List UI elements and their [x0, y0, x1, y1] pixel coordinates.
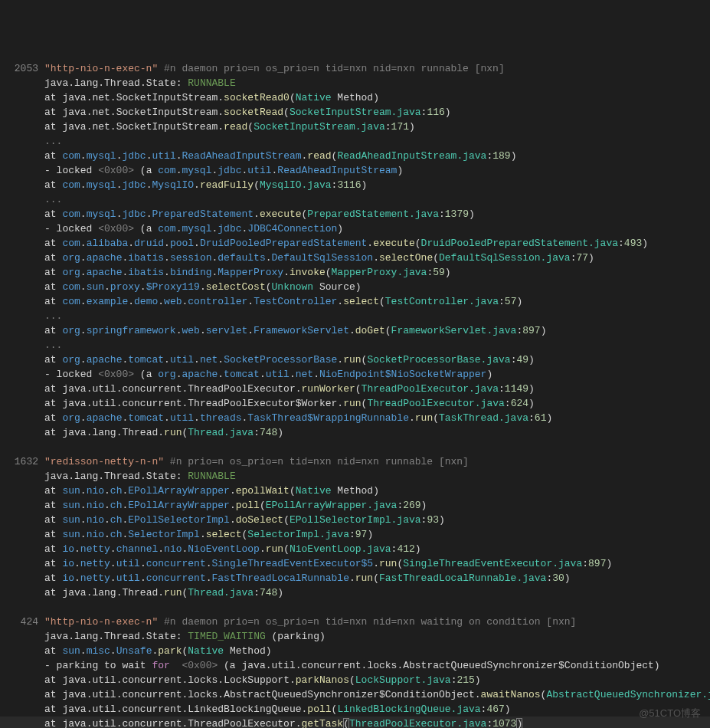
stack-parking: - parking to wait for <0x00> (a java.uti…	[0, 658, 710, 673]
stack-frame: at com.mysql.jdbc.PreparedStatement.exec…	[0, 207, 710, 221]
stack-frame: at com.example.demo.web.controller.TestC…	[0, 294, 710, 309]
stack-frame: at java.util.concurrent.ThreadPoolExecut…	[0, 717, 710, 728]
stack-frame: at org.apache.tomcat.util.threads.TaskTh…	[0, 411, 710, 425]
watermark-label: @51CTO博客	[639, 706, 701, 720]
blank-line	[0, 440, 710, 454]
stack-ellipsis: ...	[0, 134, 710, 149]
stack-locked: - locked <0x00> (a com.mysql.jdbc.util.R…	[0, 163, 710, 178]
thread-header: 424"http-nio-n-exec-n" #n daemon prio=n …	[0, 615, 710, 629]
thread-state: RUNNABLE	[188, 471, 235, 482]
stack-frame: at java.util.concurrent.ThreadPoolExecut…	[0, 382, 710, 396]
stack-frame: at com.mysql.jdbc.MysqlIO.readFully(Mysq…	[0, 178, 710, 192]
thread-state: TIMED_WAITING	[188, 631, 265, 642]
thread-name: "redisson-netty-n-n"	[44, 456, 164, 467]
stack-frame: at sun.nio.ch.EPollSelectorImpl.doSelect…	[0, 513, 710, 527]
stack-frame: at java.util.concurrent.locks.LockSuppor…	[0, 673, 710, 687]
stack-frame: at io.netty.channel.nio.NioEventLoop.run…	[0, 542, 710, 556]
thread-name: "http-nio-n-exec-n"	[44, 63, 158, 74]
stack-frame: at java.net.SocketInputStream.read(Socke…	[0, 120, 710, 134]
thread-count: 1632	[6, 454, 38, 469]
stack-frame: at java.lang.Thread.run(Thread.java:748)	[0, 425, 710, 440]
stack-frame: at io.netty.util.concurrent.FastThreadLo…	[0, 571, 710, 585]
thread-count: 2053	[6, 61, 38, 76]
stack-frame: at sun.nio.ch.SelectorImpl.select(Select…	[0, 527, 710, 542]
thread-state-line: java.lang.Thread.State: RUNNABLE	[0, 469, 710, 484]
stack-frame: at com.alibaba.druid.pool.DruidPooledPre…	[0, 236, 710, 251]
stack-frame: at java.net.SocketInputStream.socketRead…	[0, 90, 710, 105]
stack-frame: at com.sun.proxy.$Proxy119.selectCost(Un…	[0, 280, 710, 294]
stack-locked: - locked <0x00> (a com.mysql.jdbc.JDBC4C…	[0, 221, 710, 236]
stack-frame: at java.util.concurrent.ThreadPoolExecut…	[0, 396, 710, 411]
stack-frame: at sun.nio.ch.EPollArrayWrapper.poll(EPo…	[0, 498, 710, 513]
stack-ellipsis: ...	[0, 192, 710, 207]
thread-meta: #n prio=n os_prio=n tid=nxn nid=nxn runn…	[170, 456, 469, 467]
stack-frame: at org.apache.tomcat.util.net.SocketProc…	[0, 353, 710, 367]
thread-header: 2053"http-nio-n-exec-n" #n daemon prio=n…	[0, 61, 710, 76]
stack-frame: at java.util.concurrent.locks.AbstractQu…	[0, 687, 710, 702]
thread-state-line: java.lang.Thread.State: RUNNABLE	[0, 76, 710, 90]
stack-frame: at org.apache.ibatis.binding.MapperProxy…	[0, 265, 710, 280]
stack-frame: at java.lang.Thread.run(Thread.java:748)	[0, 585, 710, 600]
stack-ellipsis: ...	[0, 338, 710, 353]
stack-frame: at io.netty.util.concurrent.SingleThread…	[0, 556, 710, 571]
thread-meta: #n daemon prio=n os_prio=n tid=nxn nid=n…	[164, 616, 576, 628]
stack-locked: - locked <0x00> (a org.apache.tomcat.uti…	[0, 367, 710, 382]
stack-frame: at com.mysql.jdbc.util.ReadAheadInputStr…	[0, 149, 710, 163]
stack-frame: at org.apache.ibatis.session.defaults.De…	[0, 251, 710, 265]
stack-frame: at java.util.concurrent.LinkedBlockingQu…	[0, 702, 710, 717]
thread-dump-viewer: 2053"http-nio-n-exec-n" #n daemon prio=n…	[0, 61, 710, 728]
stack-frame: at sun.nio.ch.EPollArrayWrapper.epollWai…	[0, 484, 710, 498]
thread-meta: #n daemon prio=n os_prio=n tid=nxn nid=n…	[164, 63, 505, 74]
stack-frame: at java.net.SocketInputStream.socketRead…	[0, 105, 710, 120]
stack-frame: at org.springframework.web.servlet.Frame…	[0, 323, 710, 338]
stack-frame: at sun.misc.Unsafe.park(Native Method)	[0, 644, 710, 658]
blank-line	[0, 600, 710, 615]
thread-name: "http-nio-n-exec-n"	[44, 616, 158, 628]
thread-state: RUNNABLE	[188, 77, 235, 89]
thread-state-line: java.lang.Thread.State: TIMED_WAITING (p…	[0, 629, 710, 644]
thread-header: 1632"redisson-netty-n-n" #n prio=n os_pr…	[0, 454, 710, 469]
stack-ellipsis: ...	[0, 309, 710, 323]
thread-count: 424	[6, 615, 38, 629]
